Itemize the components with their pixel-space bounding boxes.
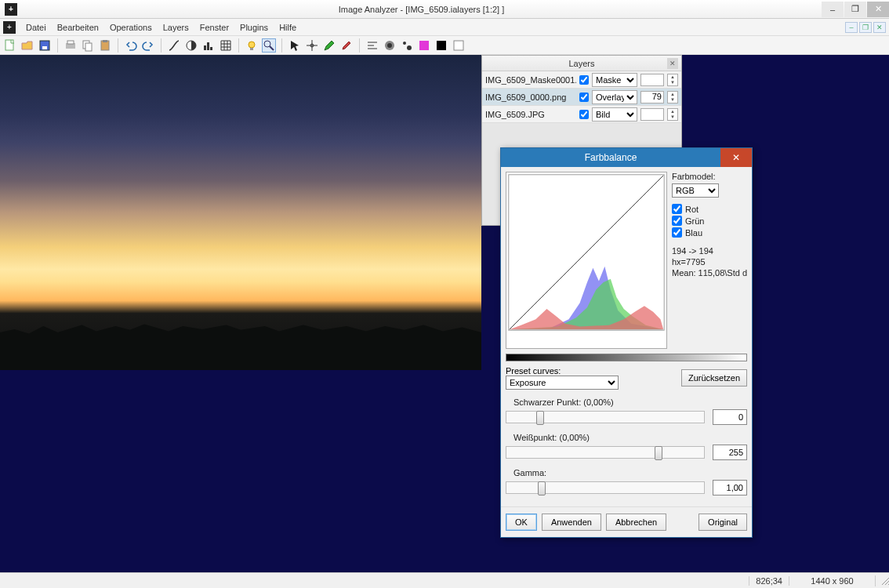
dialog-close-button[interactable]: ✕ bbox=[720, 148, 752, 167]
apply-button[interactable]: Anwenden bbox=[542, 514, 601, 531]
white-point-slider[interactable] bbox=[506, 446, 705, 459]
crosshair-icon[interactable] bbox=[305, 38, 319, 53]
status-dims: 1440 x 960 bbox=[789, 576, 875, 586]
layer-name: IMG_6509_0000.png bbox=[485, 93, 576, 102]
preset-select[interactable]: Exposure bbox=[506, 376, 619, 390]
layer-row[interactable]: IMG_6509_0000.png Overlay 79 ▲▼ bbox=[482, 89, 681, 106]
white-point-value[interactable]: 255 bbox=[713, 445, 747, 460]
black-swatch[interactable] bbox=[434, 38, 448, 53]
undo-icon[interactable] bbox=[124, 38, 138, 53]
layer-visible-checkbox[interactable] bbox=[579, 93, 589, 102]
farbmodel-select[interactable]: RGB bbox=[672, 183, 719, 198]
menu-hilfe[interactable]: Hilfe bbox=[274, 23, 302, 32]
svg-rect-4 bbox=[67, 41, 74, 44]
layer-visible-checkbox[interactable] bbox=[579, 75, 589, 85]
black-point-slider[interactable] bbox=[506, 411, 705, 423]
open-icon[interactable] bbox=[20, 38, 34, 53]
layer-mode-select[interactable]: Overlay bbox=[592, 90, 637, 104]
white-point-label: Weißpunkt: (0,00%) bbox=[513, 433, 747, 442]
paste-icon[interactable] bbox=[98, 38, 112, 53]
layer-name: IMG_6509_Maske0001.png bbox=[485, 75, 576, 85]
menu-plugins[interactable]: Plugins bbox=[234, 23, 274, 32]
dialog-titlebar[interactable]: Farbbalance ✕ bbox=[501, 148, 752, 167]
farbmodel-label: Farbmodel: bbox=[672, 172, 747, 181]
curve-histogram[interactable] bbox=[506, 172, 667, 349]
layer-row[interactable]: IMG_6509.JPG Bild ▲▼ bbox=[482, 106, 681, 123]
ok-button[interactable]: OK bbox=[506, 514, 537, 531]
close-button[interactable]: ✕ bbox=[867, 2, 889, 17]
mdi-minimize-button[interactable]: – bbox=[845, 22, 858, 33]
zoom-icon[interactable] bbox=[262, 38, 276, 53]
separator bbox=[281, 38, 282, 53]
svg-point-25 bbox=[403, 42, 406, 45]
layer-row[interactable]: IMG_6509_Maske0001.png Maske ▲▼ bbox=[482, 71, 681, 89]
maximize-button[interactable]: ❐ bbox=[844, 2, 866, 17]
reset-button[interactable]: Zurücksetzen bbox=[681, 369, 747, 387]
layer-opacity[interactable] bbox=[640, 108, 664, 121]
layer-mode-select[interactable]: Maske bbox=[592, 73, 637, 87]
image-canvas[interactable] bbox=[0, 55, 481, 370]
brush-icon[interactable] bbox=[339, 38, 354, 53]
menu-layers[interactable]: Layers bbox=[158, 23, 194, 32]
redo-icon[interactable] bbox=[141, 38, 155, 53]
resize-grip-icon[interactable] bbox=[875, 575, 889, 586]
mdi-close-button[interactable]: ✕ bbox=[873, 22, 886, 33]
pointer-icon[interactable] bbox=[288, 38, 302, 53]
layer-opacity[interactable] bbox=[640, 74, 664, 86]
cancel-button[interactable]: Abbrechen bbox=[606, 514, 666, 531]
pencil-icon[interactable] bbox=[322, 38, 336, 53]
bulb-icon[interactable] bbox=[245, 38, 259, 53]
gamma-value[interactable]: 1,00 bbox=[713, 480, 747, 495]
align-icon[interactable] bbox=[365, 38, 379, 53]
menu-operations[interactable]: Operations bbox=[104, 23, 158, 32]
gamma-slider[interactable] bbox=[506, 481, 705, 494]
channel-rot-checkbox[interactable] bbox=[672, 204, 682, 214]
menu-bearbeiten[interactable]: Bearbeiten bbox=[52, 23, 104, 32]
layer-opacity[interactable]: 79 bbox=[640, 91, 664, 103]
layers-close-button[interactable]: ✕ bbox=[667, 58, 678, 69]
levels-icon[interactable] bbox=[201, 38, 216, 53]
menu-datei[interactable]: Datei bbox=[20, 23, 52, 32]
dialog-sidebar: Farbmodel: RGB Rot Grün Blau 194 -> 194 … bbox=[672, 172, 747, 349]
copy-icon[interactable] bbox=[81, 38, 95, 53]
svg-rect-12 bbox=[210, 47, 212, 50]
svg-line-16 bbox=[270, 46, 274, 50]
channel-gruen-checkbox[interactable] bbox=[672, 216, 682, 226]
layer-opacity-spinner[interactable]: ▲▼ bbox=[667, 91, 678, 103]
channel-label: Rot bbox=[685, 205, 698, 214]
dots-icon[interactable] bbox=[400, 38, 414, 53]
channel-blau-checkbox[interactable] bbox=[672, 227, 682, 238]
blur-icon[interactable] bbox=[383, 38, 397, 53]
mdi-restore-button[interactable]: ❐ bbox=[859, 22, 872, 33]
minimize-button[interactable]: – bbox=[822, 2, 844, 17]
menu-fenster[interactable]: Fenster bbox=[194, 23, 234, 32]
new-icon[interactable] bbox=[3, 38, 17, 53]
svg-point-13 bbox=[249, 42, 255, 48]
layer-opacity-spinner[interactable]: ▲▼ bbox=[667, 74, 678, 86]
svg-rect-29 bbox=[454, 41, 463, 50]
magenta-swatch[interactable] bbox=[417, 38, 431, 53]
channel-label: Grün bbox=[685, 216, 704, 226]
curve-icon[interactable] bbox=[167, 38, 181, 53]
print-icon[interactable] bbox=[64, 38, 78, 53]
stat-line: 194 -> 194 bbox=[672, 245, 747, 256]
layers-panel-title: Layers ✕ bbox=[482, 56, 681, 71]
save-icon[interactable] bbox=[38, 38, 52, 53]
toolbar bbox=[0, 36, 889, 55]
grid-icon[interactable] bbox=[219, 38, 233, 53]
gamma-label: Gamma: bbox=[513, 468, 747, 477]
preset-label: Preset curves: bbox=[506, 366, 675, 376]
layer-visible-checkbox[interactable] bbox=[579, 110, 589, 119]
white-swatch[interactable] bbox=[452, 38, 466, 53]
layer-opacity-spinner[interactable]: ▲▼ bbox=[667, 108, 678, 121]
original-button[interactable]: Original bbox=[698, 514, 747, 531]
image-content bbox=[0, 307, 481, 370]
contrast-icon[interactable] bbox=[184, 38, 198, 53]
layer-mode-select[interactable]: Bild bbox=[592, 107, 637, 122]
window-titlebar: + Image Analyzer - [IMG_6509.ialayers [1… bbox=[0, 0, 889, 19]
separator bbox=[161, 38, 161, 53]
status-coords: 826;34 bbox=[749, 576, 789, 586]
svg-rect-6 bbox=[85, 43, 92, 51]
black-point-value[interactable]: 0 bbox=[713, 409, 747, 425]
workspace bbox=[0, 55, 889, 572]
